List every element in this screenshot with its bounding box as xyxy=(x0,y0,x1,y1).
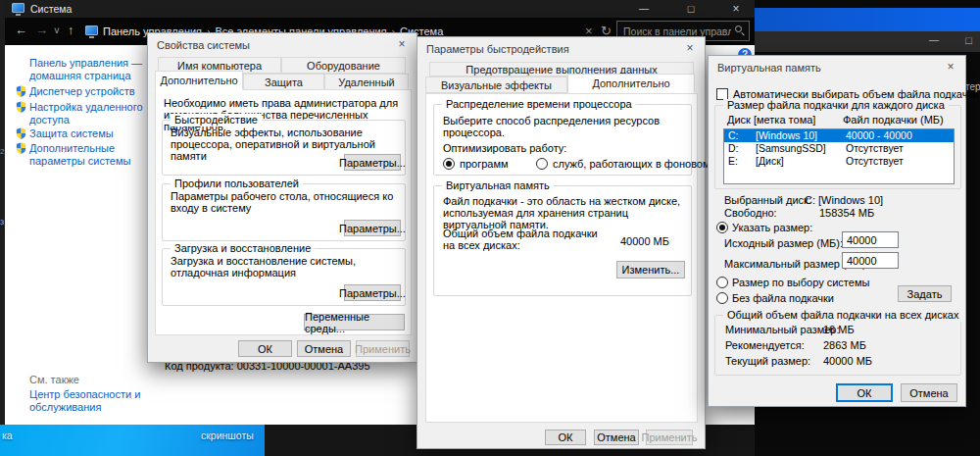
drive-letter: E: xyxy=(728,155,738,168)
radio-custom-size[interactable] xyxy=(716,222,728,233)
radio-no-pagefile-label[interactable]: Без файла подкачки xyxy=(732,292,834,304)
back-icon[interactable]: ← xyxy=(15,23,27,37)
startup-recovery-group: Загрузка и восстановление Загрузка и вос… xyxy=(162,248,406,306)
optimize-label: Оптимизировать работу: xyxy=(443,142,566,154)
close-icon[interactable]: × xyxy=(392,36,412,53)
sidebar-item-security-center[interactable]: Центр безопасности и обслуживания xyxy=(29,388,157,414)
minimize-button[interactable]: — xyxy=(627,0,661,18)
tab-visual-effects[interactable]: Визуальные эффекты xyxy=(425,76,567,93)
user-profiles-group: Профили пользователей Параметры рабочего… xyxy=(162,183,406,241)
pagefile-size: 40000 - 40000 xyxy=(846,129,912,142)
dialog-title: Параметры быстродействия xyxy=(426,43,569,55)
system-properties-dialog: Свойства системы × Имя компьютера Оборуд… xyxy=(147,32,417,363)
set-button[interactable]: Задать xyxy=(898,285,952,302)
apply-button[interactable]: Применить xyxy=(646,430,693,445)
radio-system-managed[interactable] xyxy=(716,277,728,288)
window-titlebar: Система — □ × xyxy=(5,0,755,18)
screen: 2 з — □ тер ка скриншоты Система — □ × ←… xyxy=(0,0,980,456)
tab-label: Оборудование xyxy=(307,60,380,72)
profiles-settings-button[interactable]: Параметры... xyxy=(344,220,401,236)
window-title: Система xyxy=(30,3,72,15)
max-size-input[interactable] xyxy=(842,252,899,269)
sidebar-item-system-protection[interactable]: Защита системы xyxy=(29,127,114,140)
cpu-scheduling-group: Распределение времени процессора Выберит… xyxy=(433,104,692,176)
startup-settings-button[interactable]: Параметры... xyxy=(344,284,401,301)
forward-icon[interactable]: → xyxy=(35,23,48,37)
desktop-icon-label-screenshots[interactable]: скриншоты xyxy=(201,430,254,441)
tab-system-protection[interactable]: Защита системы xyxy=(243,74,324,90)
pagefile-desc: Файл подкачки - это область на жестком д… xyxy=(443,195,686,230)
ok-button[interactable]: ОК xyxy=(836,383,893,402)
radio-background-services[interactable] xyxy=(536,158,548,170)
pagefile-size: Отсутствует xyxy=(846,155,904,168)
dialog-title: Свойства системы xyxy=(157,39,250,51)
drive-row-selected[interactable]: C: [Windows 10] 40000 - 40000 xyxy=(724,129,954,142)
sidebar-item-home[interactable]: Панель управления — домашняя страница xyxy=(29,57,157,82)
virtual-memory-group: Виртуальная память Файл подкачки - это о… xyxy=(433,185,692,296)
tab-hardware[interactable]: Оборудование xyxy=(281,57,406,74)
radio-programs[interactable] xyxy=(443,158,455,170)
sidebar-item-remote-access[interactable]: Настройка удаленного доступа xyxy=(29,101,147,127)
cancel-button[interactable]: Отмена xyxy=(297,340,351,357)
totals-group: Общий объем файла подкачки на всех диска… xyxy=(714,315,961,376)
group-title: Быстродействие xyxy=(171,114,262,127)
search-icon[interactable] xyxy=(735,25,742,32)
close-icon[interactable]: × xyxy=(941,59,960,76)
tab-advanced[interactable]: Дополнительно xyxy=(155,71,243,90)
apply-button[interactable]: Применить xyxy=(356,340,410,357)
close-button[interactable]: × xyxy=(719,0,753,18)
group-title: Размер файла подкачки для каждого диска xyxy=(723,99,949,112)
group-title: Распределение времени процессора xyxy=(442,98,636,111)
see-also-label: См. также xyxy=(29,374,79,385)
pagefile-size-group: Размер файла подкачки для каждого диска … xyxy=(714,105,961,189)
cancel-button[interactable]: Отмена xyxy=(594,430,639,445)
sidebar-item-device-manager[interactable]: Диспетчер устройств xyxy=(29,85,135,98)
tab-label: Дополнительно xyxy=(592,77,669,89)
uac-shield-icon xyxy=(15,84,27,98)
uac-shield-icon xyxy=(15,127,27,140)
maximize-button[interactable]: □ xyxy=(674,0,708,18)
volume-label: [Диск] xyxy=(756,155,784,168)
radio-custom-size-label[interactable]: Указать размер: xyxy=(732,222,812,233)
group-desc: Параметры рабочего стола, относящиеся ко… xyxy=(171,190,404,214)
environment-variables-button[interactable]: Переменные среды... xyxy=(304,314,405,330)
sidebar-item-advanced-settings[interactable]: Дополнительные параметры системы xyxy=(29,142,162,168)
drive-list[interactable]: C: [Windows 10] 40000 - 40000 D: [Samsun… xyxy=(723,128,955,184)
performance-settings-button[interactable]: Параметры... xyxy=(344,154,401,171)
tab-panel: Необходимо иметь права администратора дл… xyxy=(155,89,412,335)
ok-button[interactable]: ОК xyxy=(545,430,586,445)
radio-system-managed-label[interactable]: Размер по выбору системы xyxy=(732,277,869,288)
tab-remote[interactable]: Удаленный доступ xyxy=(324,74,409,90)
min-size-value: 16 МБ xyxy=(823,324,855,335)
volume-label: [Windows 10] xyxy=(756,129,817,142)
current-size-value: 40000 МБ xyxy=(823,355,872,367)
radio-programs-label[interactable]: программ xyxy=(460,158,509,170)
change-button[interactable]: Изменить... xyxy=(616,261,685,279)
total-pagefile-value: 40000 МБ xyxy=(620,235,669,247)
desktop-icon-label-partial[interactable]: ка xyxy=(2,430,13,441)
group-title: Общий объем файла подкачки на всех диска… xyxy=(723,309,962,322)
dialog-title: Виртуальная память xyxy=(717,62,821,74)
current-size-label: Текущий размер: xyxy=(725,355,810,367)
breadcrumb-location-icon xyxy=(85,25,98,35)
total-pagefile-label: Общий объем файла подкачки на всех диска… xyxy=(443,228,610,251)
performance-options-dialog: Параметры быстродействия × Предотвращени… xyxy=(416,36,706,449)
drive-row[interactable]: D: [SamsungSSD] Отсутствует xyxy=(724,142,954,155)
recommended-value: 2863 МБ xyxy=(823,339,866,351)
initial-size-label: Исходный размер (МБ): xyxy=(724,237,843,249)
desktop-bottom-wallpaper: ка скриншоты xyxy=(0,425,265,456)
up-icon[interactable]: ↑ xyxy=(68,23,74,37)
column-header-disk: Диск [метка тома] xyxy=(727,114,815,126)
virtual-memory-dialog: Виртуальная память × Автоматически выбир… xyxy=(708,55,966,407)
initial-size-input[interactable] xyxy=(842,231,899,248)
ok-button[interactable]: ОК xyxy=(238,340,292,357)
drive-letter: D: xyxy=(728,142,739,155)
tab-advanced[interactable]: Дополнительно xyxy=(567,74,695,93)
tab-label: Дополнительно xyxy=(160,75,237,86)
drive-row[interactable]: E: [Диск] Отсутствует xyxy=(724,155,954,168)
background-blue-band xyxy=(755,8,980,31)
radio-no-pagefile[interactable] xyxy=(716,292,728,304)
recent-dropdown-icon[interactable]: ˅ xyxy=(54,25,60,36)
close-icon[interactable]: × xyxy=(680,40,700,57)
cancel-button[interactable]: Отмена xyxy=(901,383,957,402)
